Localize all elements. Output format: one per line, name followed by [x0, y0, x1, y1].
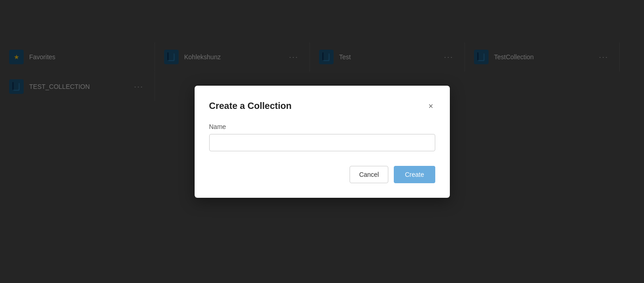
- create-collection-modal: Create a Collection × Name Cancel Create: [195, 86, 450, 198]
- modal-actions: Cancel Create: [209, 166, 435, 183]
- modal-title: Create a Collection: [209, 101, 292, 111]
- collection-name-input[interactable]: [209, 134, 435, 151]
- form-group-name: Name: [209, 123, 435, 151]
- modal-overlay: Create a Collection × Name Cancel Create: [0, 0, 644, 283]
- name-label: Name: [209, 123, 435, 130]
- create-button[interactable]: Create: [394, 166, 435, 183]
- modal-header: Create a Collection ×: [209, 100, 435, 112]
- cancel-button[interactable]: Cancel: [350, 166, 389, 183]
- modal-close-button[interactable]: ×: [427, 100, 435, 112]
